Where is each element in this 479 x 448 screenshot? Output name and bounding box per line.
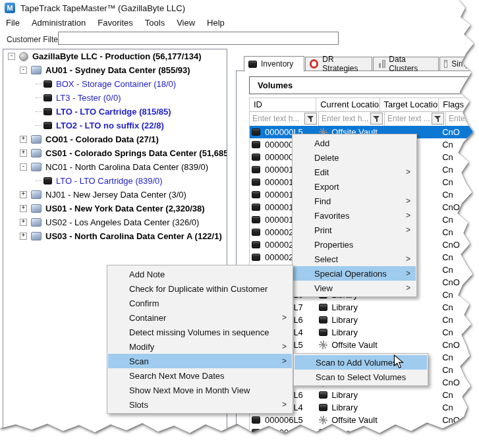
menu-item-favorites[interactable]: Favorites>	[293, 208, 416, 223]
menubar-item-view[interactable]: View	[171, 16, 201, 29]
tab-inventory[interactable]: Inventory	[244, 56, 304, 72]
tree-item[interactable]: LTO - LTO Cartridge (815/85)	[3, 105, 227, 119]
menu-item-label: Edit	[314, 167, 406, 177]
menubar-item-tools[interactable]: Tools	[139, 16, 171, 29]
expand-expander-icon[interactable]: +	[20, 219, 27, 226]
mouse-cursor	[393, 354, 405, 369]
tree-item[interactable]: LT3 - Tester (0/0)	[3, 91, 227, 105]
column-header-id[interactable]: ID	[250, 98, 316, 111]
table-row[interactable]: 000006L6LibraryCn	[250, 426, 479, 439]
menu-item-confirm[interactable]: Confirm	[108, 296, 292, 310]
filter-input[interactable]	[387, 113, 432, 124]
library-icon	[319, 404, 327, 411]
menu-item-slots[interactable]: Slots>	[108, 397, 292, 412]
tree-item[interactable]: -NC01 - North Carolina Data Center (839/…	[3, 160, 227, 174]
menu-item-detect-missing-volumes-in-sequence[interactable]: Detect missing Volumes in sequence	[108, 325, 292, 339]
current-location-cell: Library	[316, 326, 380, 339]
menu-item-label: Special Operations	[314, 269, 406, 279]
menu-item-scan-to-select-volumes[interactable]: Scan to Select Volumes	[295, 370, 427, 384]
tree-item[interactable]: +CO01 - Colorado Data (27/1)	[3, 132, 227, 146]
submenu-arrow-icon: >	[406, 196, 410, 206]
flags-value: CnO	[442, 202, 460, 212]
menu-item-check-for-duplicate-within-customer[interactable]: Check for Duplicate within Customer	[108, 281, 292, 296]
tree-item[interactable]: LTO - LTO Cartridge (839/0)	[3, 174, 227, 188]
tree-item[interactable]: -AU01 - Sydney Data Center (855/93)	[3, 63, 227, 77]
menu-item-delete[interactable]: Delete	[293, 150, 416, 165]
menu-item-container[interactable]: Container>	[108, 310, 292, 325]
filter-button[interactable]	[304, 113, 317, 125]
expand-expander-icon[interactable]: +	[20, 191, 27, 198]
menu-item-modify[interactable]: Modify>	[108, 339, 292, 354]
tree-item[interactable]: -GazillaByte LLC - Production (56,177/13…	[3, 49, 227, 63]
table-row[interactable]: 000006L5Offsite VaultCnO	[250, 414, 479, 426]
chart-icon	[378, 61, 385, 68]
tree-item[interactable]: LTO2 - LTO no suffix (22/8)	[3, 119, 227, 132]
filter-input[interactable]	[322, 113, 370, 124]
menu-item-export[interactable]: Export	[293, 179, 416, 194]
expand-expander-icon[interactable]: +	[20, 205, 27, 212]
customer-filter-input[interactable]	[58, 32, 339, 45]
app-window: M TapeTrack TapeMaster™ (GazillaByte LLC…	[0, 0, 479, 448]
menu-item-label: Add	[314, 138, 416, 148]
menu-item-properties[interactable]: Properties	[293, 237, 416, 252]
tape-cartridge-icon	[252, 166, 260, 173]
tree-item[interactable]: +US01 - New York Data Center (2,320/38)	[3, 202, 227, 215]
flags-value: Cn	[442, 227, 453, 237]
filter-input[interactable]	[449, 113, 474, 124]
column-header-target-location[interactable]: Target Location	[380, 98, 439, 111]
menu-item-find[interactable]: Find>	[293, 194, 416, 208]
menu-item-show-next-move-in-month-view[interactable]: Show Next Move in Month View	[108, 383, 292, 397]
filter-button[interactable]	[474, 113, 479, 125]
menu-item-scan-to-add-volumes[interactable]: Scan to Add Volumes	[295, 355, 427, 370]
menu-item-scan[interactable]: Scan>	[108, 354, 292, 368]
collapse-expander-icon[interactable]: -	[20, 163, 27, 171]
menu-item-select[interactable]: Select>	[293, 252, 416, 266]
collapse-expander-icon[interactable]: -	[20, 67, 27, 74]
tree-item[interactable]: +CS01 - Colorado Springs Data Center (51…	[3, 146, 227, 160]
flags-cell: CnO	[439, 339, 479, 351]
expand-expander-icon[interactable]: +	[20, 233, 27, 240]
submenu-arrow-icon: >	[406, 167, 410, 177]
column-header-current-location[interactable]: Current Location	[316, 98, 380, 111]
library-icon	[319, 304, 327, 311]
tab-simple[interactable]: Simple	[439, 57, 479, 71]
flags-value: CnO	[442, 378, 460, 387]
collapse-expander-icon[interactable]: -	[8, 53, 15, 60]
menu-item-label: Export	[314, 182, 416, 192]
menubar-item-help[interactable]: Help	[201, 16, 231, 29]
flags-value: Cn	[442, 403, 453, 412]
filter-cell	[250, 111, 319, 126]
flags-cell: Cn	[439, 326, 479, 339]
menu-item-print[interactable]: Print>	[293, 223, 416, 237]
tab-data-clusters[interactable]: Data Clusters	[373, 57, 439, 71]
menu-item-view[interactable]: View>	[293, 281, 416, 295]
tree-item[interactable]: +US03 - North Carolina Data Center A (12…	[3, 229, 227, 243]
menu-item-edit[interactable]: Edit>	[293, 165, 416, 179]
menu-item-add[interactable]: Add	[293, 136, 416, 150]
tree-item-label: LTO - LTO Cartridge (815/85)	[56, 107, 171, 117]
expand-expander-icon[interactable]: +	[20, 150, 27, 157]
menubar-item-administration[interactable]: Administration	[26, 16, 92, 29]
menu-item-label: Scan	[129, 356, 282, 366]
tree-item[interactable]: +US02 - Los Angeles Data Center (326/0)	[3, 215, 227, 229]
expand-expander-icon[interactable]: +	[20, 136, 27, 143]
menu-item-label: Confirm	[129, 298, 292, 308]
tree-item[interactable]: BOX - Storage Container (18/0)	[3, 77, 227, 91]
menu-item-search-next-move-dates[interactable]: Search Next Move Dates	[108, 368, 292, 383]
library-icon	[319, 391, 327, 399]
tab-dr-strategies[interactable]: DR Strategies	[305, 57, 372, 71]
menu-item-add-note[interactable]: Add Note	[108, 267, 292, 281]
filter-input[interactable]	[252, 113, 304, 124]
filter-button[interactable]	[370, 113, 383, 125]
menu-item-label: Detect missing Volumes in sequence	[129, 327, 292, 337]
current-location: Library	[331, 403, 358, 412]
filter-button[interactable]	[432, 113, 444, 125]
flags-cell: Cn	[439, 163, 479, 176]
menubar-item-file[interactable]: File	[0, 16, 26, 29]
menubar-item-favorites[interactable]: Favorites	[92, 16, 138, 29]
menu-item-special-operations[interactable]: Special Operations>	[293, 266, 416, 281]
tree-item[interactable]: +NJ01 - New Jersey Data Center (3/0)	[3, 188, 227, 202]
menu-item-label: View	[314, 283, 406, 293]
volume-id: 000006L5	[265, 415, 303, 425]
column-header-flags[interactable]: Flags	[439, 98, 479, 111]
